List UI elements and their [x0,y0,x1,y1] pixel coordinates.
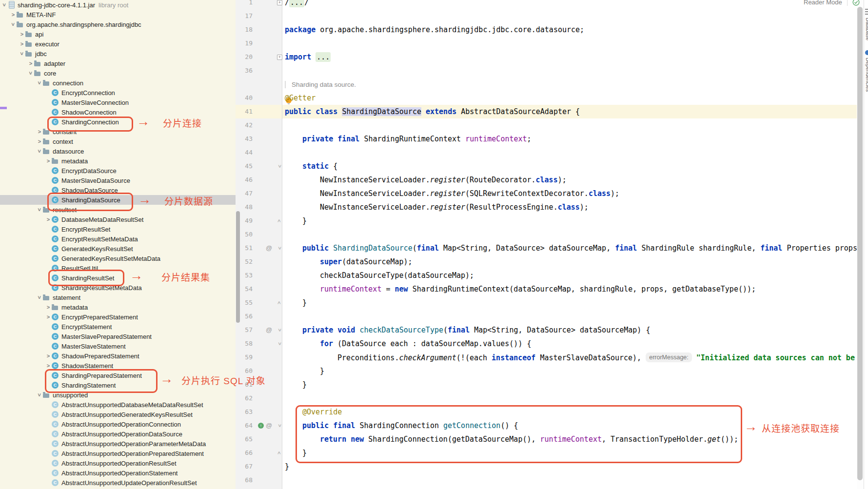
chevron-open-icon[interactable]: > [36,294,43,301]
inspections-ok-icon[interactable] [852,0,860,6]
chevron-closed-icon[interactable]: > [45,362,52,369]
chevron-open-icon[interactable]: > [36,79,43,86]
line-number[interactable]: 59 [236,351,253,364]
tree-row-datasource[interactable]: >datasource [0,146,236,156]
code-line[interactable]: import ... [285,50,331,64]
line-number[interactable]: 44 [236,146,253,159]
code-line[interactable]: static { [302,159,337,173]
code-line[interactable]: Preconditions.checkArgument(!(each insta… [337,351,857,364]
tree-row-EncryptResultSetMetaData[interactable]: >CEncryptResultSetMetaData [0,234,236,244]
tree-row-AbstractUnsupportedOperationResultSet[interactable]: >CAbstractUnsupportedOperationResultSet [0,458,236,468]
line-number[interactable]: 57 [236,323,253,337]
chevron-closed-icon[interactable]: > [19,40,25,47]
chevron-closed-icon[interactable]: > [45,352,52,359]
tree-row-MasterSlaveStatement[interactable]: >CMasterSlaveStatement [0,341,236,351]
code-line[interactable]: checkDataSourceType(dataSourceMap); [320,269,474,282]
chevron-closed-icon[interactable]: > [36,128,43,135]
code-line[interactable]: public final ShardingConnection getConne… [302,419,518,432]
chevron-open-icon[interactable]: > [36,148,43,155]
code-line[interactable]: for (DataSource each : dataSourceMap.val… [320,337,531,351]
code-line[interactable]: package org.apache.shardingsphere.shardi… [285,23,584,37]
tree-row-statement[interactable]: >statement [0,293,236,302]
line-number[interactable]: 66 [236,446,253,460]
tree-row-EncryptStatement[interactable]: >CEncryptStatement [0,322,236,332]
tree-row-GeneratedKeysResultSet[interactable]: >CGeneratedKeysResultSet [0,244,236,254]
chevron-closed-icon[interactable]: > [19,31,25,38]
project-tree-scrollbar[interactable] [236,211,240,323]
chevron-closed-icon[interactable]: > [36,138,43,145]
line-number[interactable]: 18 [236,23,253,37]
chevron-open-icon[interactable]: > [36,206,43,213]
tree-row-EncryptConnection[interactable]: >CEncryptConnection [0,88,236,98]
line-number[interactable]: 1 [236,0,253,9]
tree-row-jdbc[interactable]: >jdbc [0,49,236,59]
tree-row-GeneratedKeysResultSetMetaData[interactable]: >CGeneratedKeysResultSetMetaData [0,254,236,263]
line-number[interactable]: 64 [236,419,253,432]
line-number[interactable]: 43 [236,132,253,146]
chevron-closed-icon[interactable]: > [45,216,52,223]
fold-marker-open-icon[interactable]: > [273,328,286,333]
code-line[interactable]: @Getter [285,91,316,105]
line-number[interactable]: 41 [236,105,253,118]
code-line[interactable]: private final ShardingRuntimeContext run… [302,132,532,146]
tree-row-ShadowStatement[interactable]: >CShadowStatement [0,361,236,371]
line-number[interactable]: 58 [236,337,253,351]
tree-row-AbstractUnsupportedGeneratedKeysResultSet[interactable]: >CAbstractUnsupportedGeneratedKeysResult… [0,410,236,419]
chevron-open-icon[interactable]: > [36,391,43,398]
tab-database[interactable]: Database [865,18,868,40]
code-line[interactable]: } [302,214,307,228]
fold-marker-close-icon[interactable]: > [273,218,286,224]
code-line[interactable]: } [302,446,307,460]
chevron-open-icon[interactable]: > [19,50,25,57]
tree-row-AbstractUnsupportedDatabaseMetaDataResultSet[interactable]: >CAbstractUnsupportedDatabaseMetaDataRes… [0,400,236,410]
fold-marker-plus-icon[interactable]: + [277,55,282,60]
line-number[interactable]: 17 [236,9,253,23]
tree-row-unsupported[interactable]: >unsupported [0,390,236,400]
fold-marker-close-icon[interactable]: > [273,450,286,456]
fold-marker-open-icon[interactable]: > [273,246,286,251]
tree-row-ShadowPreparedStatement[interactable]: >CShadowPreparedStatement [0,351,236,361]
tree-row-context[interactable]: >context [0,137,236,146]
editor-scrollbar[interactable] [857,0,864,489]
tree-row-MasterSlaveConnection[interactable]: >CMasterSlaveConnection [0,98,236,107]
line-number[interactable]: 46 [236,173,253,187]
line-number[interactable]: 68 [236,473,253,487]
chevron-open-icon[interactable]: > [27,70,34,77]
chevron-closed-icon[interactable]: > [27,60,34,67]
tree-row-EncryptResultSet[interactable]: >CEncryptResultSet [0,224,236,234]
tree-row-AbstractUnsupportedUpdateOperationResultSet[interactable]: >CAbstractUnsupportedUpdateOperationResu… [0,478,236,488]
tree-row-ShardingResultSetMetaData[interactable]: >CShardingResultSetMetaData [0,283,236,293]
tree-row-DatabaseMetaDataResultSet[interactable]: >CDatabaseMetaDataResultSet [0,215,236,224]
tree-row-MasterSlavePreparedStatement[interactable]: >CMasterSlavePreparedStatement [0,332,236,341]
code-line[interactable]: runtimeContext = new ShardingRuntimeCont… [320,282,756,296]
code-line[interactable]: } [302,378,307,391]
tree-row-AbstractUnsupportedOperationDataSource[interactable]: >CAbstractUnsupportedOperationDataSource [0,429,236,439]
code-line[interactable]: @Override [302,405,342,419]
fold-marker-open-icon[interactable]: > [273,341,286,347]
tree-row-executor[interactable]: >executor [0,39,236,49]
fold-marker-close-icon[interactable]: > [273,300,286,306]
code-editor[interactable]: /.../package org.apache.shardingsphere.s… [282,0,857,489]
line-number[interactable]: 63 [236,405,253,419]
line-number[interactable]: 36 [236,64,253,78]
tree-row-sharding-jdbc-core-4.1.1.jar[interactable]: >sharding-jdbc-core-4.1.1.jarlibrary roo… [0,0,236,10]
code-line[interactable]: private void checkDataSourceType(final M… [302,323,650,337]
tree-row-adapter[interactable]: >adapter [0,59,236,68]
line-number[interactable]: 40 [236,91,253,105]
tree-row-metadata[interactable]: >metadata [0,302,236,312]
code-line[interactable]: NewInstanceServiceLoader.register(RouteD… [320,173,567,187]
line-number[interactable]: 65 [236,432,253,446]
chevron-open-icon[interactable]: > [10,21,17,28]
tree-row-META-INF[interactable]: >META-INF [0,10,236,20]
line-number[interactable]: 20 [236,50,253,64]
chevron-closed-icon[interactable]: > [45,157,52,164]
fold-marker-plus-icon[interactable]: + [277,0,282,5]
code-line[interactable]: } [302,296,307,310]
tree-row-AbstractUnsupportedOperationStatement[interactable]: >CAbstractUnsupportedOperationStatement [0,468,236,478]
code-line[interactable]: return new ShardingConnection(getDataSou… [320,432,738,446]
tree-row-AbstractUnsupportedOperationParameterMetaData[interactable]: >CAbstractUnsupportedOperationParameterM… [0,439,236,449]
tree-row-core[interactable]: >core [0,68,236,78]
fold-marker-open-icon[interactable]: > [273,164,286,169]
tree-row-AbstractUnsupportedOperationConnection[interactable]: >CAbstractUnsupportedOperationConnection [0,419,236,429]
tree-row-connection[interactable]: >connection [0,78,236,88]
